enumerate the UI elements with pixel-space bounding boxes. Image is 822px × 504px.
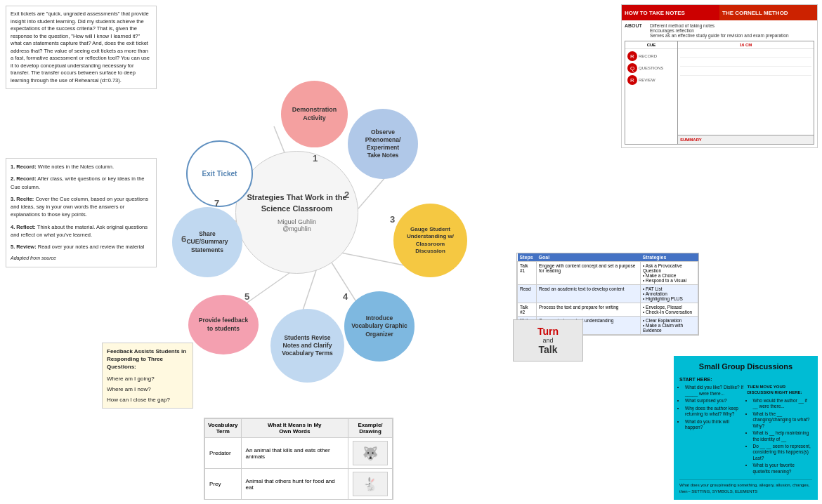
- cue-column: CUE R RECORD Q QUESTIONS R REVIEW: [625, 41, 678, 144]
- notes-lines: [678, 49, 814, 135]
- step-4: 4. Reflect: Think about the material. As…: [11, 223, 152, 239]
- sg-item: What surprised you?: [685, 398, 745, 404]
- observe-label: ObservePhenomena/ExperimentTake Notes: [365, 128, 401, 159]
- gauge-label: Gauge StudentUnderstanding w/ClassroomDi…: [407, 226, 454, 256]
- goal-talk2: Process the text and prepare for writing: [537, 303, 641, 317]
- sg-col-2: THEN MOVE YOUR DISCUSSION RIGHT HERE: Wh…: [748, 385, 813, 477]
- step-3: 3. Recite: Cover the Cue column, based o…: [11, 195, 152, 219]
- step-read: Read: [518, 285, 537, 303]
- sg-subtitle2: THEN MOVE YOUR DISCUSSION RIGHT HERE:: [748, 385, 813, 396]
- vocab-th-term: VocabularyTerm: [205, 419, 242, 438]
- vocab-drawing-predator: 🐺: [348, 438, 393, 469]
- num-6: 6: [181, 234, 186, 244]
- cornell-content: ABOUT Different method of taking notes E…: [622, 20, 817, 147]
- num-7: 7: [214, 198, 219, 208]
- sg-item: What is __ help maintaining the identity…: [753, 430, 813, 442]
- num-4: 4: [343, 291, 348, 302]
- questions-text: QUESTIONS: [639, 66, 663, 70]
- vocab-row-predator: Predator An animal that kills and eats o…: [205, 438, 393, 469]
- vocab-term-prey: Prey: [205, 469, 242, 500]
- num-3: 3: [390, 214, 395, 225]
- summary-bar: SUMMARY: [678, 135, 814, 144]
- sg-col-1: What did you like? Dislike? If _____ wer…: [679, 385, 745, 477]
- strat-read: • PAT List• Annotation• Highlighting PLU…: [641, 285, 698, 303]
- table-row: Talk #1 Engage with content concept and …: [518, 262, 698, 285]
- goal-talk1: Engage with content concept and set a pu…: [537, 262, 641, 285]
- goal-read: Read an academic text to develop content: [537, 285, 641, 303]
- sg-item: What is the __ changing/changing to what…: [753, 411, 813, 429]
- feedback-label: Provide feedbackto students: [199, 317, 248, 332]
- sg-item: Who would the author __ if __ were there…: [753, 398, 813, 410]
- exit-ticket-panel: Exit tickets are "quick, ungraded assess…: [6, 6, 157, 89]
- demo-circle: DemonstrationActivity: [281, 81, 348, 147]
- sg-title: Small Group Discussions: [679, 362, 812, 372]
- and-text: and: [542, 337, 553, 344]
- sg-subtitle: START HERE:: [679, 376, 812, 383]
- exit-circle: Exit Ticket: [186, 140, 253, 207]
- th-strategies: Strategies: [641, 253, 698, 262]
- review-text: REVIEW: [639, 78, 655, 82]
- exit-ticket-text: Exit tickets are "quick, ungraded assess…: [11, 11, 150, 84]
- talk-text: Talk: [539, 344, 558, 355]
- step-talk2: Talk #2: [518, 303, 537, 317]
- step-1: 1. Record: Write notes in the Notes colu…: [11, 163, 152, 171]
- sg-notes: What does your group/reading something, …: [679, 479, 812, 494]
- sg-item: Do __ __ seem to represent, considering …: [753, 444, 813, 461]
- about-label: ABOUT: [625, 23, 646, 38]
- prey-drawing: 🐇: [353, 472, 388, 496]
- sg-item: What did you like? Dislike? If _____ wer…: [685, 385, 745, 397]
- review-icon: R: [627, 75, 637, 85]
- small-group-panel: Small Group Discussions START HERE: What…: [674, 356, 818, 500]
- cornell-header-left: HOW TO TAKE NOTES: [622, 5, 719, 20]
- record-text: RECORD: [639, 54, 657, 58]
- cornell-steps-panel: 1. Record: Write notes in the Notes colu…: [6, 158, 157, 267]
- demo-label: DemonstrationActivity: [292, 106, 337, 122]
- vocab-drawing-prey: 🐇: [348, 469, 393, 500]
- step-5: 5. Review: Read over your notes and revi…: [11, 243, 152, 251]
- method-label: THE CORNELL METHOD: [722, 10, 788, 16]
- vocab-table-panel: VocabularyTerm What It Means in MyOwn Wo…: [204, 418, 393, 500]
- step-2: 2. Record: After class, write questions …: [11, 175, 152, 191]
- sg-columns: What did you like? Dislike? If _____ wer…: [679, 385, 812, 477]
- vocab-meaning-predator: An animal that kills and eats other anim…: [241, 438, 348, 469]
- share-label: ShareCUE/SummaryStatements: [186, 230, 228, 253]
- notes-header: 16 CM: [678, 41, 814, 49]
- main-canvas: Exit tickets are "quick, ungraded assess…: [0, 0, 822, 504]
- sg-item: What do you think will happen?: [685, 419, 745, 431]
- questions-icon: Q: [627, 63, 637, 73]
- predator-drawing: 🐺: [353, 441, 388, 465]
- feedback-circle: Provide feedbackto students: [188, 295, 259, 354]
- adapted-from: Adapted from source: [11, 255, 152, 263]
- strat-write: • Clear Explanation• Make a Claim with E…: [641, 317, 698, 335]
- record-icon: R: [627, 51, 637, 61]
- vocab-th-example: Example/Drawing: [348, 419, 393, 438]
- th-steps: Steps: [518, 253, 537, 262]
- vocab-th-means: What It Means in MyOwn Words: [241, 419, 348, 438]
- vocab-table: VocabularyTerm What It Means in MyOwn Wo…: [204, 418, 393, 499]
- sg-item: What is your favorite quote/its meaning?: [753, 463, 813, 475]
- num-2: 2: [344, 190, 349, 200]
- turn-talk-box: Turn and Talk: [513, 319, 583, 362]
- strat-talk1: • Ask a Provocative Question• Make a Cho…: [641, 262, 698, 285]
- record-row: R RECORD: [627, 51, 675, 61]
- vocab-term-predator: Predator: [205, 438, 242, 469]
- revise-circle: Students ReviseNotes and ClarifyVocabula…: [270, 309, 344, 383]
- cornell-header-right: THE CORNELL METHOD: [719, 5, 817, 20]
- num-1: 1: [313, 153, 318, 164]
- observe-circle: ObservePhenomena/ExperimentTake Notes: [348, 109, 418, 179]
- line2: [680, 60, 811, 67]
- center-author: Miguel Guhlin@mguhlin: [278, 218, 316, 232]
- table-row: Read Read an academic text to develop co…: [518, 285, 698, 303]
- gauge-circle: Gauge StudentUnderstanding w/ClassroomDi…: [393, 204, 467, 277]
- cue-header: CUE: [625, 41, 677, 49]
- vocab-circle: IntroduceVocabulary GraphicOrganizer: [344, 291, 415, 362]
- cornell-diagram: CUE R RECORD Q QUESTIONS R REVIEW: [625, 41, 814, 145]
- center-title: Strategies That Work in the Science Clas…: [236, 192, 358, 214]
- num-5: 5: [244, 291, 249, 302]
- about-content: Different method of taking notes Encoura…: [650, 23, 814, 38]
- notes-area: 16 CM SUMMARY: [678, 41, 814, 144]
- sg-item: Why does the author keep returning to wh…: [685, 406, 745, 418]
- center-circle: Strategies That Work in the Science Clas…: [235, 151, 358, 274]
- review-row: R REVIEW: [627, 75, 675, 85]
- turn-text: Turn: [537, 326, 559, 337]
